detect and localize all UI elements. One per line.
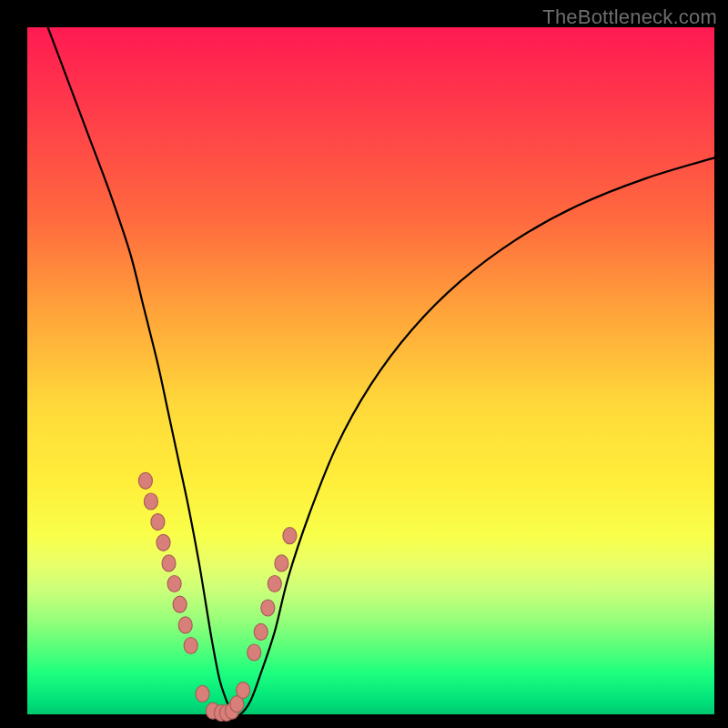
plot-area — [27, 27, 714, 714]
bead-marker — [162, 555, 176, 571]
bead-marker — [283, 528, 297, 544]
bottleneck-curve — [48, 27, 714, 716]
watermark-text: TheBottleneck.com — [542, 5, 717, 29]
bead-marker — [254, 623, 268, 640]
bead-marker — [178, 617, 192, 633]
bead-group — [138, 472, 297, 721]
bead-marker — [173, 596, 187, 612]
bead-marker — [151, 514, 165, 531]
bead-marker — [138, 472, 152, 489]
bead-marker — [237, 682, 250, 699]
bead-marker — [248, 644, 261, 661]
bead-marker — [261, 600, 275, 616]
chart-stage: TheBottleneck.com — [0, 0, 728, 728]
bead-marker — [157, 534, 170, 551]
bead-marker — [184, 638, 197, 654]
bead-marker — [275, 555, 288, 571]
bead-marker — [167, 576, 181, 592]
bead-marker — [196, 685, 209, 702]
bead-marker — [268, 576, 281, 592]
bead-marker — [144, 493, 157, 510]
curve-svg — [27, 27, 714, 714]
